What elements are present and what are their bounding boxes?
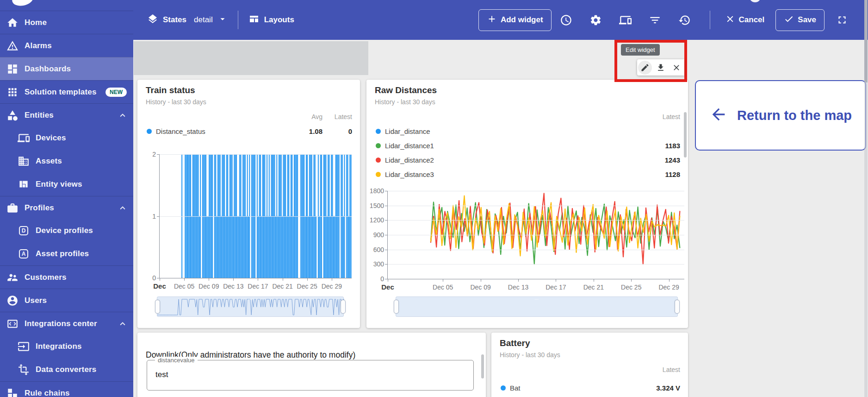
sidebar-item-solution-templates[interactable]: Solution templatesNEW <box>0 80 133 103</box>
datazoom-right-handle[interactable] <box>675 300 680 314</box>
widget-scrollbar[interactable] <box>481 354 484 378</box>
sidebar-item-data-converters[interactable]: Data converters <box>0 358 133 381</box>
legend-row[interactable]: Distance_status1.080 <box>137 124 360 139</box>
code-box-icon <box>6 318 19 330</box>
sidebar-item-dashboards[interactable]: Dashboards <box>0 57 133 80</box>
chevron-up-icon[interactable] <box>118 203 128 213</box>
states-select[interactable]: States detail <box>147 13 228 26</box>
legend-col-avg: Avg <box>311 113 322 120</box>
sidebar-item-users[interactable]: Users <box>0 289 133 312</box>
sidebar-item-label: Assets <box>36 157 62 166</box>
add-widget-button[interactable]: Add widget <box>478 9 552 31</box>
gridline <box>388 206 684 206</box>
legend-row[interactable]: Lidar_distance31128 <box>366 167 688 182</box>
sidebar-scrollbar-thumb[interactable] <box>864 0 868 82</box>
sidebar-item-integrations[interactable]: Integrations <box>0 335 133 358</box>
sidebar-item-label: Data converters <box>36 365 97 374</box>
legend-row[interactable]: Lidar_distance <box>366 124 688 139</box>
sidebar-item-entity-views[interactable]: Entity views <box>0 173 133 196</box>
datazoom-left-handle[interactable] <box>155 300 160 314</box>
legend-row[interactable]: Bat3.324 V <box>491 381 688 395</box>
legend-row[interactable]: Lidar_distance11183 <box>366 139 688 153</box>
edit-widget-button[interactable] <box>638 61 652 75</box>
sidebar-item-home[interactable]: Home <box>0 11 133 34</box>
y-axis-tick-label: 1200 <box>369 216 384 224</box>
datazoom-move-handle[interactable]: ⋯ <box>248 298 253 301</box>
state-value: detail <box>194 15 213 25</box>
filter-icon[interactable] <box>640 9 670 31</box>
raw-chart-plot[interactable]: 1800150012009006003000DecDec 05Dec 09Dec… <box>388 191 684 279</box>
entity-aliases-icon[interactable] <box>611 9 640 31</box>
widget-timewindow: History - last 30 days <box>375 98 435 106</box>
chevron-up-icon[interactable] <box>118 110 128 120</box>
save-button[interactable]: Save <box>775 9 825 31</box>
sidebar-item-label: Rule chains <box>25 389 70 397</box>
legend-latest-value: 0 <box>348 127 352 135</box>
y-axis-tick <box>385 279 387 279</box>
widget-train-status[interactable]: Train status History - last 30 days Avg … <box>137 80 360 328</box>
widget-downlink[interactable]: Downlink(Only administrators have the au… <box>137 333 486 397</box>
legend-row[interactable]: Lidar_distance21243 <box>366 153 688 167</box>
legend-dot <box>376 143 381 148</box>
sidebar-item-label: Device profiles <box>36 226 93 235</box>
x-axis-line <box>159 278 352 278</box>
return-to-map-button[interactable]: Return to the map <box>695 80 866 151</box>
widget-action-bar <box>637 59 684 76</box>
sidebar-item-devices[interactable]: Devices <box>0 126 133 150</box>
legend-latest-value: 1128 <box>665 170 680 178</box>
train-chart-plot[interactable]: 210DecDec 05Dec 09Dec 13Dec 17Dec 21Dec … <box>160 154 352 278</box>
widget-title: Battery <box>500 338 530 348</box>
widget-timewindow: History - last 30 days <box>146 98 206 106</box>
cancel-button[interactable]: Cancel <box>720 10 769 31</box>
sidebar-item-device-profiles[interactable]: DDevice profiles <box>0 219 133 242</box>
y-axis-tick-label: 600 <box>369 246 384 253</box>
x-axis-tick-label: Dec 13 <box>223 283 243 290</box>
datazoom-left-handle[interactable] <box>394 300 399 314</box>
layouts-label: Layouts <box>264 15 294 25</box>
legend-latest-value: 1183 <box>665 142 680 150</box>
sidebar-item-asset-profiles[interactable]: AAsset profiles <box>0 242 133 265</box>
y-axis-tick <box>385 220 387 221</box>
export-widget-button[interactable] <box>654 61 668 75</box>
y-axis-tick <box>385 191 387 191</box>
x-axis-tick-label: Dec 09 <box>470 284 490 291</box>
cancel-label: Cancel <box>739 15 765 25</box>
distancevalue-input[interactable] <box>153 361 453 389</box>
fullscreen-icon[interactable] <box>827 9 857 31</box>
badge-icon <box>6 202 19 214</box>
sidebar-item-alarms[interactable]: Alarms <box>0 34 133 57</box>
sidebar-item-assets[interactable]: Assets <box>0 150 133 173</box>
sidebar-item-label: Integrations center <box>25 319 97 328</box>
version-history-icon[interactable] <box>670 9 700 31</box>
sidebar-scrollbar[interactable] <box>864 0 868 397</box>
y-axis-tick-label: 1 <box>141 213 156 220</box>
datazoom-right-handle[interactable] <box>341 300 346 314</box>
widget-raw-distances[interactable]: Raw Distances History - last 30 days Lat… <box>366 80 688 328</box>
sidebar-item-label: Home <box>25 18 47 27</box>
timewindow-icon[interactable] <box>552 9 581 31</box>
layouts-button[interactable]: Layouts <box>248 13 294 26</box>
x-axis-tick <box>160 278 160 281</box>
widget-battery[interactable]: Battery History - last 30 days Latest Ba… <box>491 333 688 397</box>
legend-series-name: Distance_status <box>156 127 205 135</box>
sidebar-item-integrations-center[interactable]: Integrations center <box>0 312 133 335</box>
remove-widget-button[interactable] <box>670 61 683 75</box>
thingsboard-dashboard-app: HomeAlarmsDashboardsSolution templatesNE… <box>0 0 868 397</box>
raw-datazoom-slider[interactable]: ⋯ <box>396 296 678 317</box>
close-icon <box>725 14 735 26</box>
x-axis-tick-label: Dec 17 <box>546 284 566 291</box>
sidebar-item-profiles[interactable]: Profiles <box>0 196 133 219</box>
datazoom-move-handle[interactable]: ⋯ <box>534 298 539 301</box>
y-axis-tick <box>385 250 387 250</box>
sidebar-item-entities[interactable]: Entities <box>0 103 133 126</box>
sidebar-item-rule-chains[interactable]: Rule chains <box>0 381 133 397</box>
train-datazoom-slider[interactable]: ⋯ <box>157 296 344 317</box>
devices-icon <box>18 132 30 144</box>
chevron-up-icon[interactable] <box>118 319 128 329</box>
category-icon <box>6 109 19 121</box>
x-axis-tick <box>332 278 332 281</box>
transform-icon <box>18 364 30 376</box>
settings-icon[interactable] <box>581 9 611 31</box>
widget-title: Raw Distances <box>375 85 437 95</box>
sidebar-item-customers[interactable]: Customers <box>0 265 133 289</box>
